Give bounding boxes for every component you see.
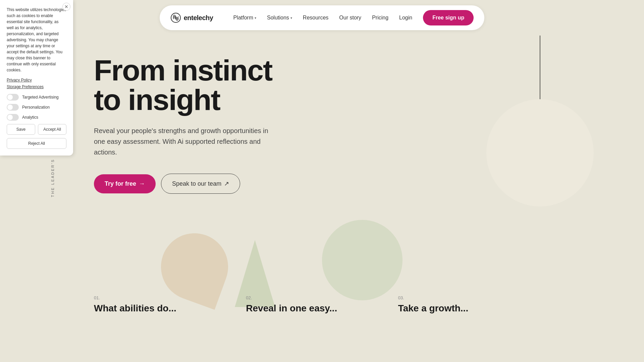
logo-text: entelechy <box>184 14 213 22</box>
svg-point-2 <box>486 99 594 206</box>
nav-resources[interactable]: Resources <box>303 15 328 21</box>
nav-solutions[interactable]: Solutions ▾ <box>267 15 292 21</box>
personalization-toggle-row: Personalization <box>7 104 66 111</box>
reject-all-button[interactable]: Reject All <box>7 138 66 149</box>
targeted-advertising-label: Targeted Advertising <box>22 95 59 100</box>
hero-subtitle: Reveal your people's strengths and growt… <box>94 125 268 158</box>
analytics-label: Analytics <box>22 115 38 120</box>
list-item: 01. What abilities do... <box>94 295 246 320</box>
cookie-close-button[interactable]: ✕ <box>62 3 70 11</box>
list-item: 03. Take a growth... <box>398 295 550 320</box>
try-free-button[interactable]: Try for free → <box>94 174 156 193</box>
cookie-action-buttons: Save Accept All <box>7 124 66 135</box>
nav-pricing[interactable]: Pricing <box>372 15 388 21</box>
privacy-policy-link[interactable]: Privacy Policy <box>7 78 66 82</box>
platform-chevron-icon: ▾ <box>255 16 256 20</box>
nav-our-story[interactable]: Our story <box>339 15 361 21</box>
hero-buttons: Try for free → Speak to our team ↗ <box>94 174 322 194</box>
hero-content: From instinct to insight Reveal your peo… <box>94 56 322 194</box>
nav-container: entelechy Platform ▾ Solutions ▾ Resourc… <box>160 5 485 30</box>
analytics-toggle-row: Analytics <box>7 114 66 121</box>
item-title: Take a growth... <box>398 303 550 314</box>
hero-section: THE LEADER'S From instinct to insight Re… <box>0 36 644 320</box>
cookie-banner-text: This website utilizes technologies such … <box>7 7 66 73</box>
speak-team-button[interactable]: Speak to our team ↗ <box>161 174 240 194</box>
nav-platform[interactable]: Platform ▾ <box>233 15 256 21</box>
item-title: What abilities do... <box>94 303 246 314</box>
nav-login[interactable]: Login <box>399 15 412 21</box>
external-link-icon: ↗ <box>224 180 229 187</box>
personalization-label: Personalization <box>22 105 50 110</box>
navbar: entelechy Platform ▾ Solutions ▾ Resourc… <box>0 0 644 36</box>
targeted-advertising-toggle-row: Targeted Advertising <box>7 94 66 101</box>
logo-link[interactable]: entelechy <box>170 12 213 23</box>
arrow-icon: → <box>139 180 145 187</box>
solutions-chevron-icon: ▾ <box>290 16 292 20</box>
storage-preferences-link[interactable]: Storage Preferences <box>7 84 66 89</box>
save-button[interactable]: Save <box>7 124 35 135</box>
cookie-banner: ✕ This website utilizes technologies suc… <box>0 0 73 156</box>
cookie-links: Privacy Policy Storage Preferences <box>7 78 66 89</box>
hero-title: From instinct to insight <box>94 56 322 115</box>
item-title: Reveal in one easy... <box>246 303 398 314</box>
hero-vertical-text: THE LEADER'S <box>51 159 55 197</box>
personalization-toggle[interactable] <box>7 104 19 111</box>
logo-icon <box>170 12 181 23</box>
item-number: 01. <box>94 295 246 300</box>
analytics-toggle[interactable] <box>7 114 19 121</box>
sunburst-graphic <box>409 36 644 284</box>
numbered-items-list: 01. What abilities do... 02. Reveal in o… <box>0 295 644 320</box>
accept-all-button[interactable]: Accept All <box>38 124 66 135</box>
free-signup-button[interactable]: Free sign up <box>423 10 474 25</box>
list-item: 02. Reveal in one easy... <box>246 295 398 320</box>
nav-links: Platform ▾ Solutions ▾ Resources Our sto… <box>233 10 474 25</box>
targeted-advertising-toggle[interactable] <box>7 94 19 101</box>
item-number: 03. <box>398 295 550 300</box>
item-number: 02. <box>246 295 398 300</box>
